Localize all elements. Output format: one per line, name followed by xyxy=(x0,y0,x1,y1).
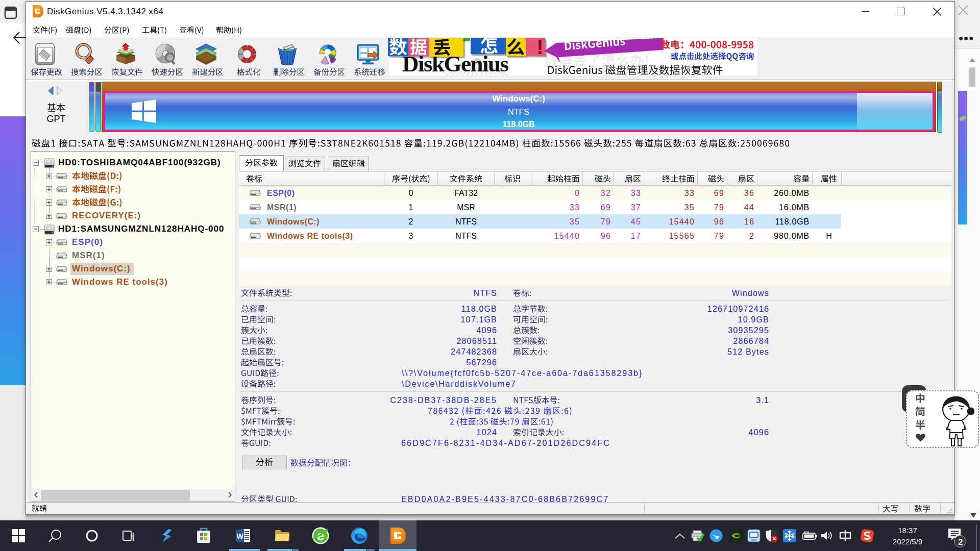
svg-text:W: W xyxy=(236,532,243,540)
svg-text:intel: intel xyxy=(751,538,756,541)
